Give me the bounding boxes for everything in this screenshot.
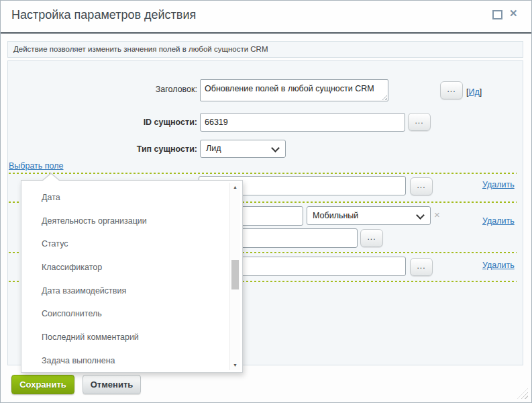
cancel-button[interactable]: Отменить [83, 375, 141, 394]
dropdown-item[interactable]: Соисполнитель [21, 302, 229, 326]
entity-id-more-button[interactable]: ... [408, 113, 431, 131]
dropdown-item[interactable]: Статус [21, 232, 229, 256]
row2-more-button[interactable]: ... [360, 229, 383, 247]
popup-arrow-notch-fill [43, 174, 59, 181]
id-link-wrap: [Ид] [466, 85, 482, 97]
phone-type-selected-value: Мобильный [313, 211, 358, 220]
entity-type-label: Тип сущности: [70, 144, 197, 154]
titlebar: Настройка параметров действия ✕ [1, 1, 531, 32]
row3-delete-link[interactable]: Удалить [482, 261, 515, 270]
entity-id-input[interactable] [200, 113, 405, 132]
entity-type-selected-value: Лид [206, 144, 221, 153]
dropdown-item[interactable]: Деятельность организации [21, 210, 229, 233]
scroll-up-icon[interactable]: ▲ [230, 183, 240, 192]
dropdown-item[interactable]: Последний комментарий [21, 326, 229, 349]
dropdown-item[interactable]: Дата [21, 186, 229, 210]
title-field-more-button[interactable]: ... [440, 81, 463, 99]
id-link[interactable]: Ид [468, 87, 479, 97]
maximize-icon[interactable] [492, 10, 502, 19]
field-dropdown-popup: Дата Деятельность организации Статус Кла… [21, 180, 243, 373]
row3-more-button[interactable]: ... [410, 258, 433, 276]
dropdown-item[interactable]: Классификатор [21, 256, 229, 279]
dialog-window: Настройка параметров действия ✕ Действие… [0, 0, 532, 403]
row2-delete-link[interactable]: Удалить [482, 216, 515, 226]
dropdown-item-list: Дата Деятельность организации Статус Кла… [21, 186, 229, 373]
scrollbar-thumb[interactable] [231, 260, 239, 289]
choose-field-link[interactable]: Выбрать поле [9, 161, 64, 171]
textarea-resize-grip[interactable] [382, 95, 387, 100]
entity-type-select[interactable]: Лид [200, 140, 286, 158]
title-field-label: Заголовок: [70, 85, 197, 94]
dropdown-item[interactable]: Дата взаимодействия [21, 279, 229, 303]
save-button[interactable]: Сохранить [11, 375, 74, 394]
title-field-textarea[interactable]: Обновление полей в любой сущности CRM [200, 79, 388, 101]
entity-id-label: ID сущности: [70, 118, 197, 127]
info-bar: Действие позволяет изменить значения пол… [7, 41, 523, 58]
dialog-title: Настройка параметров действия [11, 8, 196, 22]
chevron-down-icon [271, 144, 280, 152]
phone-type-select[interactable]: Мобильный [307, 206, 431, 225]
scroll-down-icon[interactable]: ▼ [230, 361, 240, 370]
id-link-close-bracket: ] [480, 87, 482, 97]
row-separator [9, 173, 517, 174]
dropdown-item[interactable]: Задача выполнена [21, 349, 229, 373]
clear-icon[interactable]: × [434, 210, 440, 220]
row1-delete-link[interactable]: Удалить [482, 180, 515, 189]
title-divider [1, 32, 531, 34]
close-icon[interactable]: ✕ [509, 7, 518, 19]
window-resize-grip[interactable] [517, 388, 528, 399]
row1-more-button[interactable]: ... [410, 177, 433, 195]
chevron-down-icon [416, 211, 425, 220]
dropdown-scrollbar[interactable]: ▲ ▼ [229, 183, 240, 370]
